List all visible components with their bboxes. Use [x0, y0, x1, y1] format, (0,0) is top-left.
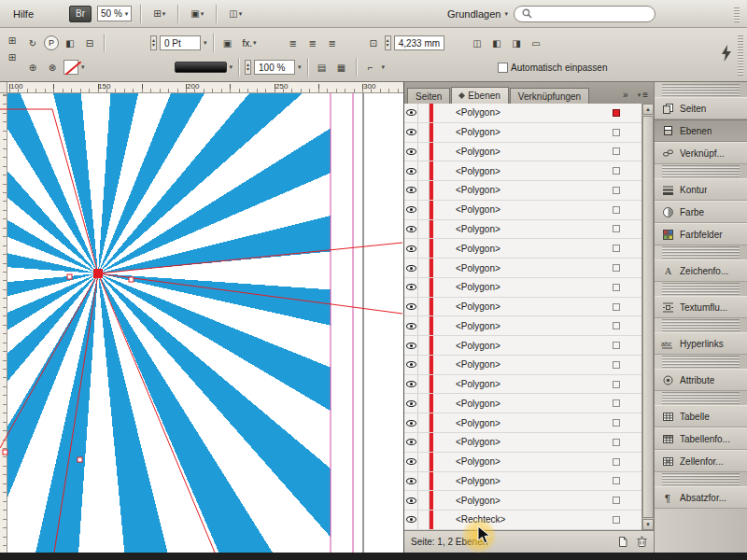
visibility-cell[interactable]	[404, 472, 418, 491]
layer-row[interactable]: <Polygon>	[404, 161, 655, 181]
zoom-level-combo[interactable]: 50 % ▾	[97, 6, 132, 21]
layer-row[interactable]: <Polygon>	[404, 143, 655, 162]
reference-grid-icon[interactable]: ⊞	[4, 33, 21, 48]
layer-select-indicator[interactable]	[613, 477, 620, 484]
lock-cell[interactable]	[418, 181, 430, 200]
lock-cell[interactable]	[418, 161, 430, 180]
layer-select-indicator[interactable]	[613, 284, 620, 291]
layer-select-indicator[interactable]	[613, 322, 620, 329]
chevron-down-icon[interactable]: ▾	[298, 63, 302, 71]
stroke-weight-stepper[interactable]: ▴ ▾	[150, 35, 157, 50]
visibility-cell[interactable]	[404, 143, 418, 161]
arrange-documents-button[interactable]: ◫ ▾	[225, 6, 246, 21]
dock-item-verknuepfungen[interactable]: Verknüpf...	[655, 142, 747, 164]
align-top-icon[interactable]: ≣	[285, 35, 302, 50]
panel-grip[interactable]	[734, 6, 740, 22]
document-canvas[interactable]: 100 150 200 250 300	[0, 82, 403, 553]
lock-cell[interactable]	[418, 298, 430, 316]
layer-row[interactable]: <Polygon>	[404, 259, 655, 278]
layer-row[interactable]: <Polygon>	[404, 239, 655, 259]
dock-item-attribute[interactable]: Attribute	[655, 369, 747, 391]
layer-select-indicator[interactable]	[613, 303, 620, 311]
align-bottom-icon[interactable]: ≣	[324, 35, 341, 50]
layer-select-indicator[interactable]	[613, 361, 620, 369]
visibility-cell[interactable]	[404, 220, 418, 239]
scale-stepper[interactable]: ▴ ▾	[245, 60, 251, 75]
layer-row[interactable]: <Polygon>	[404, 433, 655, 453]
collapse-panel-button[interactable]: »	[623, 90, 628, 100]
lock-cell[interactable]	[418, 316, 430, 335]
dock-item-kontur[interactable]: Kontur	[655, 178, 747, 201]
visibility-cell[interactable]	[404, 104, 418, 122]
layer-select-indicator[interactable]	[613, 187, 620, 194]
drop-shadow-icon[interactable]: ▣	[219, 35, 236, 50]
frame-fit-icon[interactable]: ◫	[469, 35, 486, 50]
horizontal-ruler[interactable]: 100 150 200 250 300	[7, 82, 403, 93]
flip-vertical-icon[interactable]: ⊟	[81, 35, 98, 50]
lock-cell[interactable]	[418, 394, 430, 413]
search-input[interactable]	[536, 8, 639, 19]
dock-item-farbe[interactable]: Farbe	[655, 201, 747, 223]
dock-item-textumfluss[interactable]: Textumflu...	[655, 296, 747, 318]
layer-row[interactable]: <Rechteck>	[404, 511, 655, 530]
layer-row[interactable]: <Polygon>	[404, 413, 655, 433]
stroke-color-swatch[interactable]	[175, 62, 227, 73]
dock-grip[interactable]	[662, 392, 740, 404]
lock-cell[interactable]	[418, 259, 430, 277]
bridge-button[interactable]: Br	[69, 6, 92, 22]
layer-row[interactable]: <Polygon>	[404, 336, 655, 356]
dock-grip[interactable]	[662, 283, 740, 295]
tab-ebenen[interactable]: Ebenen	[451, 87, 508, 104]
layer-select-indicator[interactable]	[613, 381, 620, 388]
chevron-down-icon[interactable]: ▾	[230, 63, 233, 71]
lock-cell[interactable]	[418, 336, 430, 355]
lock-cell[interactable]	[418, 472, 430, 491]
lock-cell[interactable]	[418, 220, 430, 239]
dock-item-zellenformate[interactable]: Zellenfor...	[655, 450, 747, 472]
visibility-cell[interactable]	[404, 123, 418, 142]
visibility-cell[interactable]	[404, 316, 418, 335]
visibility-cell[interactable]	[404, 278, 418, 297]
layer-row[interactable]: <Polygon>	[404, 316, 655, 336]
dock-item-tabelle[interactable]: Tabelle	[655, 405, 747, 427]
layer-row[interactable]: <Polygon>	[404, 104, 655, 123]
visibility-cell[interactable]	[404, 239, 418, 258]
layer-row[interactable]: <Polygon>	[404, 278, 655, 298]
frame-fit-icon[interactable]: ▭	[528, 35, 544, 50]
layer-select-indicator[interactable]	[613, 342, 620, 349]
panel-menu-button[interactable]: ▾ ≡	[638, 90, 648, 100]
scroll-up-button[interactable]: ▲	[642, 104, 654, 115]
layer-row[interactable]: <Polygon>	[404, 491, 655, 511]
layer-select-indicator[interactable]	[613, 497, 620, 504]
layer-select-indicator[interactable]	[613, 419, 620, 427]
text-frame-icon[interactable]: ▤	[314, 60, 331, 75]
chevron-down-icon[interactable]: ▾	[81, 63, 85, 71]
step-down-icon[interactable]: ▾	[387, 43, 389, 48]
stroke-weight-field[interactable]: 0 Pt	[160, 35, 201, 50]
lock-cell[interactable]	[418, 123, 430, 142]
rotate-icon[interactable]: ↻	[24, 35, 41, 50]
lock-cell[interactable]	[418, 491, 430, 510]
visibility-cell[interactable]	[404, 491, 418, 510]
tab-seiten[interactable]: Seiten	[407, 88, 450, 104]
visibility-cell[interactable]	[404, 161, 418, 180]
layers-scrollbar[interactable]: ▲ ▼	[641, 104, 654, 530]
dock-item-zeichenformate[interactable]: A Zeichenfo...	[655, 259, 747, 282]
layer-select-indicator[interactable]	[613, 129, 620, 136]
frame-fit-icon[interactable]: ◨	[508, 35, 525, 50]
dock-grip[interactable]	[662, 319, 740, 331]
view-options-button[interactable]: ⊞ ▾	[149, 6, 169, 21]
visibility-cell[interactable]	[404, 181, 418, 200]
gap-tool-icon[interactable]: ⊡	[365, 35, 382, 50]
align-center-icon[interactable]: ≣	[304, 35, 321, 50]
layer-row[interactable]: <Polygon>	[404, 181, 655, 201]
layer-select-indicator[interactable]	[613, 264, 620, 272]
visibility-cell[interactable]	[404, 453, 418, 471]
workspace-switcher[interactable]: Grundlagen ▾	[447, 8, 508, 20]
dock-grip[interactable]	[662, 246, 740, 259]
gap-stepper[interactable]: ▴ ▾	[385, 35, 391, 50]
dock-grip[interactable]	[662, 165, 740, 177]
scale-field[interactable]: 100 %	[254, 60, 295, 75]
layer-row[interactable]: <Polygon>	[404, 123, 655, 143]
screen-mode-button[interactable]: ▣ ▾	[187, 6, 207, 21]
